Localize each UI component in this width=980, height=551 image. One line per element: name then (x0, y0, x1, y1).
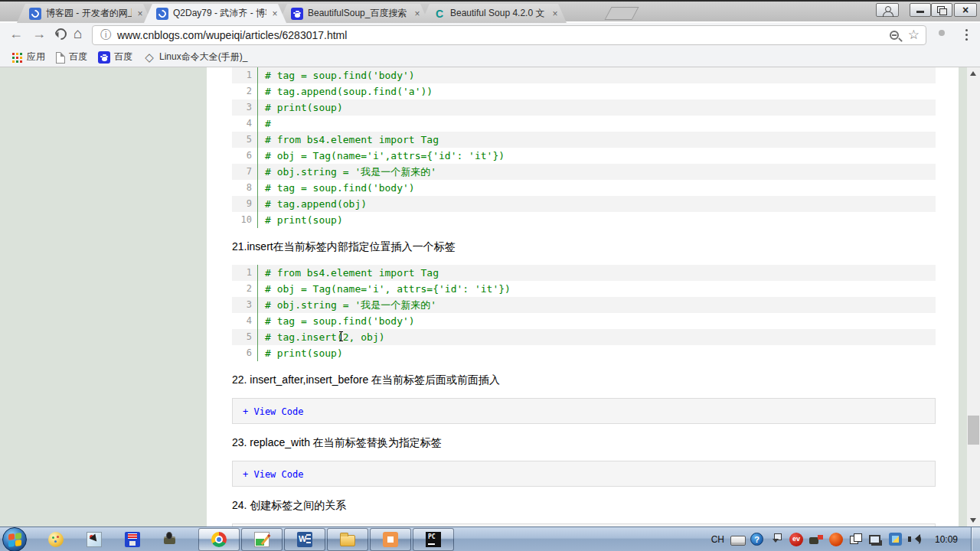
omnibox-actions: ☆ (890, 26, 920, 44)
bookmark-item[interactable]: 应用 (11, 51, 45, 64)
section-heading: 24. 创建标签之间的关系 (232, 499, 936, 511)
browser-tab[interactable]: 博客园 - 开发者的网上家× (17, 4, 152, 23)
camera-tray-icon[interactable] (809, 533, 823, 546)
browser-tab[interactable]: BeautifulSoup_百度搜索× (279, 4, 429, 23)
line-number: 4 (232, 116, 258, 132)
color-ball-icon[interactable] (48, 532, 64, 547)
line-number: 2 (232, 281, 258, 297)
tab-close-icon[interactable]: × (135, 8, 145, 19)
browser-tab[interactable]: CBeautiful Soup 4.2.0 文× (421, 4, 567, 23)
restore-button[interactable] (931, 3, 952, 17)
vertical-scrollbar[interactable] (967, 67, 980, 527)
code-text: # obj.string = '我是一个新来的' (258, 164, 436, 180)
clock[interactable]: 10:09 (928, 534, 965, 545)
windows-flag-icon (8, 533, 21, 547)
minimize-button[interactable] (910, 3, 931, 17)
taskbar-button-editor[interactable] (241, 528, 283, 551)
code-line: 3# obj.string = '我是一个新来的' (232, 297, 936, 313)
baidu-icon (98, 51, 110, 64)
taskbar-button-pycharm[interactable]: PC (413, 528, 454, 551)
line-number: 3 (232, 99, 258, 116)
code-line: 2# tag.append(soup.find('a')) (232, 83, 936, 99)
code-text: # obj = Tag(name='i', attrs={'id': 'it'}… (258, 281, 511, 297)
volume-icon[interactable] (908, 533, 922, 546)
keyboard-icon[interactable] (730, 533, 744, 546)
line-number: 6 (232, 345, 258, 361)
scroll-up-arrow-icon[interactable] (970, 71, 976, 76)
bookmark-label: 应用 (27, 51, 45, 64)
baidu-favicon-icon (291, 8, 303, 20)
section-heading: 22. insert_after,insert_before 在当前标签后面或前… (232, 373, 936, 386)
network-icon[interactable] (869, 533, 883, 546)
cnblogs-favicon-icon (156, 8, 168, 20)
section-heading: 21.insert在当前标签内部指定位置插入一个标签 (232, 240, 936, 253)
scrollbar-thumb[interactable] (968, 416, 979, 445)
bookmarks-bar: 应用百度百度◇Linux命令大全(手册)_ (0, 47, 980, 67)
view-code-link[interactable]: + View Code (243, 469, 303, 480)
line-number: 5 (232, 329, 258, 345)
url-text[interactable]: www.cnblogs.com/wupeiqi/articles/6283017… (117, 29, 347, 41)
taskbar-button-orange-app[interactable] (370, 528, 411, 551)
camcorder-icon[interactable] (163, 532, 178, 547)
code-text: # tag = soup.find('body') (258, 67, 415, 83)
line-number: 5 (232, 132, 258, 148)
browser-tab-strip: 博客园 - 开发者的网上家×Q2Day79 - 武沛齐 - 博客×Beautif… (0, 0, 980, 21)
show-desktop-button[interactable] (971, 527, 980, 551)
code-line: 6# print(soup) (232, 345, 936, 361)
show-hidden-icons[interactable] (769, 533, 783, 546)
security-icon[interactable] (889, 533, 902, 546)
taskbar-button-word[interactable]: W (284, 528, 325, 551)
tab-close-icon[interactable]: × (412, 8, 423, 19)
tab-close-icon[interactable]: × (270, 8, 280, 19)
browser-tab[interactable]: Q2Day79 - 武沛齐 - 博客× (144, 4, 286, 23)
code-line: 5# tag.insert(2, obj) (232, 329, 936, 345)
help-icon[interactable]: ? (750, 533, 763, 546)
screen-pin-icon[interactable] (87, 532, 102, 547)
start-button[interactable] (2, 527, 27, 551)
home-icon[interactable]: ⌂ (74, 25, 82, 42)
code-text: # tag.insert(2, obj) (258, 329, 385, 345)
ling-icon: ◇ (143, 51, 155, 64)
forward-icon[interactable]: → (32, 26, 46, 42)
code-text: # print(soup) (258, 99, 343, 116)
code-text: # from bs4.element import Tag (258, 265, 439, 281)
article-sections: 1# tag = soup.find('body')2# tag.append(… (232, 67, 936, 527)
language-indicator[interactable]: CH (711, 534, 724, 545)
line-number: 3 (232, 297, 258, 313)
pinned-icons (48, 532, 178, 547)
taskbar-button-folder[interactable] (327, 528, 368, 551)
new-tab-button[interactable] (604, 7, 639, 20)
taskbar-button-chrome[interactable] (198, 528, 240, 551)
system-tray: CH ? ev 10:09 (711, 527, 980, 551)
taskbar-app-buttons: WPC (198, 528, 456, 551)
extension-icon[interactable] (939, 30, 945, 36)
tab-close-icon[interactable]: × (550, 8, 560, 19)
scroll-down-arrow-icon[interactable] (970, 518, 976, 523)
apps-grid-icon (11, 51, 23, 64)
profile-icon-button[interactable] (876, 3, 899, 17)
recording-dot-icon[interactable] (829, 533, 843, 546)
reload-icon[interactable] (53, 26, 69, 42)
menu-icon[interactable] (965, 29, 968, 31)
bookmark-item[interactable]: 百度 (98, 51, 132, 64)
back-icon[interactable]: ← (9, 26, 23, 42)
view-code-link[interactable]: + View Code (243, 406, 303, 417)
code-line: 5# from bs4.element import Tag (232, 132, 936, 148)
bookmark-item[interactable]: ◇Linux命令大全(手册)_ (143, 51, 247, 64)
ev-recorder-icon[interactable]: ev (789, 533, 803, 546)
line-number: 10 (232, 212, 258, 228)
code-block: 1# from bs4.element import Tag2# obj = T… (232, 265, 936, 361)
bookmark-star-icon[interactable]: ☆ (908, 28, 920, 43)
close-button[interactable]: × (954, 3, 977, 17)
zoom-out-icon[interactable] (890, 31, 899, 40)
action-center-icon[interactable] (849, 533, 863, 546)
address-bar[interactable]: ⓘ www.cnblogs.com/wupeiqi/articles/62830… (92, 25, 926, 45)
bookmark-item[interactable]: 百度 (56, 51, 87, 64)
floppy-icon[interactable] (125, 532, 140, 547)
code-text: # obj.string = '我是一个新来的' (258, 297, 436, 313)
line-number: 6 (232, 148, 258, 164)
line-number: 8 (232, 180, 258, 196)
page-info-icon[interactable]: ⓘ (100, 28, 111, 42)
taskbar: WPC CH ? ev 10:09 (0, 527, 980, 551)
code-text: # obj = Tag(name='i',attrs={'id': 'it'}) (258, 148, 505, 164)
